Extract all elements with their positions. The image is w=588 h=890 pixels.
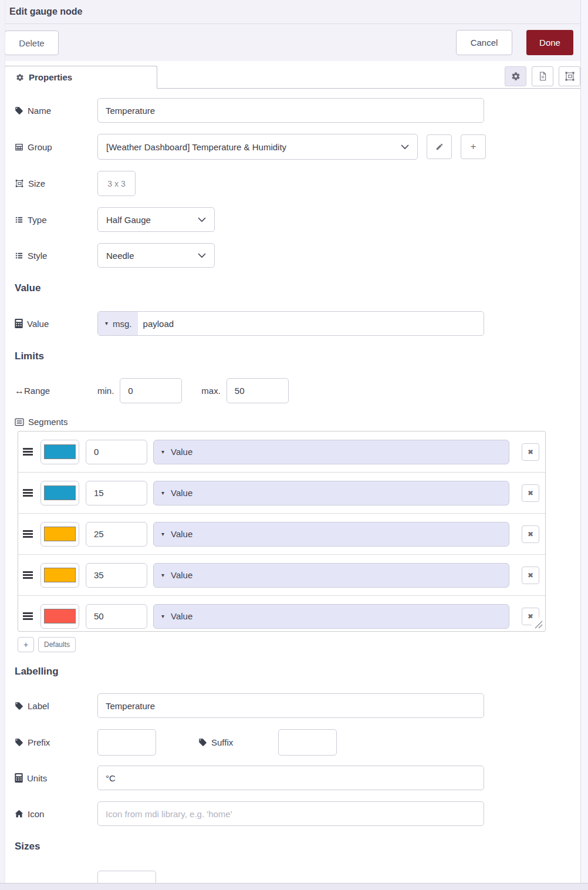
list-icon xyxy=(15,251,23,260)
drag-handle-icon[interactable] xyxy=(23,571,33,579)
close-icon: ✖ xyxy=(528,489,533,497)
drag-handle-icon[interactable] xyxy=(23,489,33,497)
type-label: Type xyxy=(28,215,47,225)
segment-type-field[interactable]: ▾ Value xyxy=(153,481,509,505)
delete-button[interactable]: Delete xyxy=(5,31,59,55)
table-icon xyxy=(15,143,23,151)
drag-handle-icon[interactable] xyxy=(23,530,33,538)
segment-color-button[interactable] xyxy=(40,440,79,464)
suffix-label: Suffix xyxy=(211,737,233,747)
value-section-heading: Value xyxy=(15,282,588,294)
msg-prefix-label: msg. xyxy=(113,319,132,329)
icon-row: Icon xyxy=(15,801,588,826)
resize-handle[interactable] xyxy=(532,618,543,629)
segment-color-button[interactable] xyxy=(40,522,79,547)
segment-type-label: Value xyxy=(171,529,192,539)
list-alt-icon xyxy=(15,418,24,426)
add-group-button[interactable]: + xyxy=(461,134,486,159)
triangle-down-icon: ▾ xyxy=(161,572,164,578)
units-input[interactable] xyxy=(97,766,484,790)
object-group-icon xyxy=(565,71,575,82)
icon-input[interactable] xyxy=(97,801,484,826)
add-segment-button[interactable]: + xyxy=(18,637,34,652)
dialog-left-edge xyxy=(0,0,5,890)
done-button[interactable]: Done xyxy=(526,30,573,55)
segment-value-input[interactable] xyxy=(86,481,147,505)
drag-handle-icon[interactable] xyxy=(23,612,33,620)
value-row-label: Value xyxy=(27,319,49,329)
defaults-button[interactable]: Defaults xyxy=(38,637,76,652)
style-select[interactable]: Needle xyxy=(97,243,215,268)
close-icon: ✖ xyxy=(528,530,533,538)
segment-color-button[interactable] xyxy=(40,604,79,629)
object-group-icon xyxy=(15,179,24,188)
segment-row: ▾ Value ✖ xyxy=(18,555,545,596)
segment-type-field[interactable]: ▾ Value xyxy=(153,522,509,547)
home-icon xyxy=(15,810,23,818)
msg-type-selector[interactable]: ▾ msg. xyxy=(98,312,138,335)
size-button[interactable]: 3 x 3 xyxy=(97,171,136,196)
suffix-input[interactable] xyxy=(278,729,337,756)
range-label: Range xyxy=(24,386,50,396)
group-select[interactable]: [Weather Dashboard] Temperature & Humidi… xyxy=(97,134,418,160)
range-max-input[interactable] xyxy=(227,378,289,403)
segment-value-input[interactable] xyxy=(86,604,147,629)
appearance-tab-button[interactable] xyxy=(559,66,580,86)
value-typed-input[interactable]: ▾ msg. payload xyxy=(97,311,484,336)
close-icon: ✖ xyxy=(528,448,533,456)
segment-value-input[interactable] xyxy=(86,440,147,464)
segment-row: ▾ Value ✖ xyxy=(18,431,545,473)
dialog-toolbar: Delete Cancel Done xyxy=(0,24,588,61)
min-label: min. xyxy=(97,386,114,396)
segment-delete-button[interactable]: ✖ xyxy=(522,443,539,461)
drag-handle-icon[interactable] xyxy=(23,448,33,456)
segment-row: ▾ Value ✖ xyxy=(18,596,545,632)
prefix-label: Prefix xyxy=(28,737,50,747)
segment-color-swatch xyxy=(44,527,76,541)
value-property[interactable]: payload xyxy=(138,312,174,335)
segment-color-button[interactable] xyxy=(40,481,79,505)
triangle-down-icon: ▾ xyxy=(161,490,164,496)
description-tab-button[interactable] xyxy=(532,66,553,86)
pencil-icon xyxy=(435,143,444,151)
type-row: Type Half Gauge xyxy=(15,207,588,232)
name-label: Name xyxy=(28,106,51,116)
segment-type-label: Value xyxy=(171,488,192,498)
triangle-down-icon: ▾ xyxy=(161,449,164,455)
sizes-section-heading: Sizes xyxy=(15,841,588,852)
group-select-value: [Weather Dashboard] Temperature & Humidi… xyxy=(106,142,286,152)
size-row: Size 3 x 3 xyxy=(15,171,588,196)
segment-delete-button[interactable]: ✖ xyxy=(522,525,539,543)
segment-color-swatch xyxy=(44,486,76,500)
segment-color-button[interactable] xyxy=(40,563,79,588)
edit-group-button[interactable] xyxy=(427,134,452,159)
label-row-label: Label xyxy=(28,701,49,711)
segments-actions: + Defaults xyxy=(18,637,588,652)
segment-color-swatch xyxy=(44,568,76,582)
segments-label-row: Segments xyxy=(15,417,588,427)
style-row: Style Needle xyxy=(15,243,588,268)
segment-value-input[interactable] xyxy=(86,522,147,547)
segment-type-field[interactable]: ▾ Value xyxy=(153,604,509,629)
segment-type-label: Value xyxy=(171,570,192,580)
labelling-section-heading: Labelling xyxy=(15,666,588,677)
properties-tab-button[interactable] xyxy=(505,66,526,86)
segment-delete-button[interactable]: ✖ xyxy=(522,484,539,502)
type-select[interactable]: Half Gauge xyxy=(97,207,215,232)
segment-type-field[interactable]: ▾ Value xyxy=(153,563,509,588)
segment-value-input[interactable] xyxy=(86,563,147,588)
tab-properties[interactable]: Properties xyxy=(5,66,157,89)
scrollbar-track[interactable] xyxy=(580,0,588,890)
segment-delete-button[interactable]: ✖ xyxy=(522,567,539,584)
segment-color-swatch xyxy=(44,609,76,623)
limits-section-heading: Limits xyxy=(15,350,588,362)
type-select-value: Half Gauge xyxy=(106,215,151,225)
label-input[interactable] xyxy=(97,693,484,718)
segment-type-field[interactable]: ▾ Value xyxy=(153,440,509,464)
group-label: Group xyxy=(28,142,52,152)
name-input[interactable] xyxy=(97,98,484,123)
range-min-input[interactable] xyxy=(120,378,182,403)
cancel-button[interactable]: Cancel xyxy=(456,30,512,55)
prefix-input[interactable] xyxy=(97,729,156,756)
tag-icon xyxy=(15,106,23,115)
